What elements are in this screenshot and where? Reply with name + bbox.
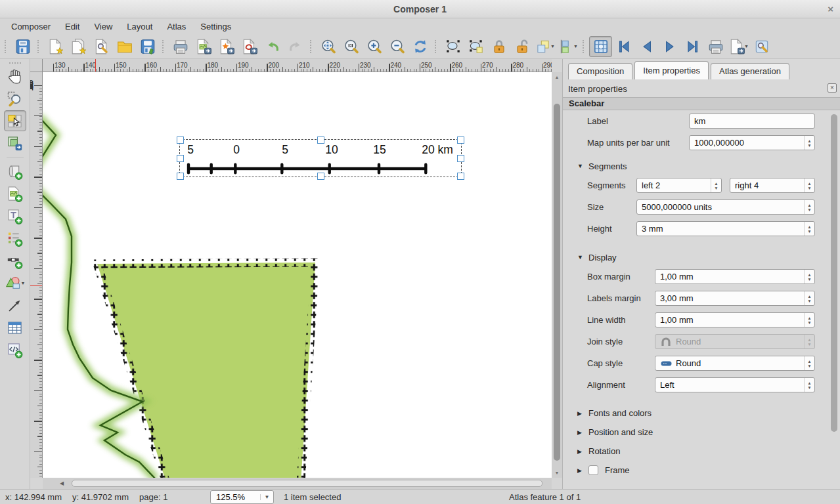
first-feature-button[interactable]: [612, 36, 635, 57]
tab-composition[interactable]: Composition: [568, 63, 632, 79]
size-spinbox[interactable]: 5000,000000 units▲▼: [636, 200, 815, 215]
menu-item[interactable]: Settings: [193, 20, 238, 33]
height-spinbox[interactable]: 3 mm▲▼: [636, 221, 815, 236]
label-input[interactable]: km: [689, 114, 815, 129]
scroll-left-icon[interactable]: ◀: [60, 480, 64, 486]
panel-close-icon[interactable]: ×: [828, 83, 837, 93]
menu-item[interactable]: View: [87, 20, 120, 33]
move-item-content-button[interactable]: [464, 36, 487, 57]
rotation-section[interactable]: ▶ Rotation: [563, 442, 831, 461]
zoom-actual-button[interactable]: [340, 36, 363, 57]
alignment-combo[interactable]: Left▲▼: [655, 377, 815, 392]
canvas-vertical-scrollbar[interactable]: ▲ ▼: [552, 72, 562, 478]
add-legend-button[interactable]: [4, 228, 26, 249]
export-atlas-button[interactable]: ▼: [727, 36, 750, 57]
zoom-in-button[interactable]: [363, 36, 386, 57]
resize-handle[interactable]: [177, 136, 184, 144]
add-shape-button[interactable]: ▼: [4, 272, 26, 293]
tab-item-properties[interactable]: Item properties: [634, 61, 709, 79]
add-arrow-button[interactable]: [4, 295, 26, 316]
save-as-template-button[interactable]: [136, 36, 159, 57]
select-move-item-tool-button[interactable]: [4, 110, 26, 131]
lock-items-button[interactable]: [487, 36, 510, 57]
panel-scrollbar[interactable]: [831, 113, 837, 482]
spinner-arrows-icon[interactable]: ▲▼: [804, 178, 814, 192]
print-atlas-button[interactable]: [704, 36, 727, 57]
fonts-and-colors-section[interactable]: ▶ Fonts and colors: [563, 404, 831, 423]
spinner-arrows-icon[interactable]: ▲▼: [804, 378, 814, 392]
move-item-content-tool-button[interactable]: [4, 133, 26, 154]
frame-checkbox[interactable]: [588, 465, 598, 475]
scroll-down-icon[interactable]: ▼: [552, 471, 562, 475]
last-feature-button[interactable]: [681, 36, 704, 57]
undo-button[interactable]: [261, 36, 284, 57]
atlas-settings-button[interactable]: [750, 36, 773, 57]
segments-left-spinbox[interactable]: left 2▲▼: [636, 178, 722, 193]
open-button[interactable]: [113, 36, 136, 57]
menu-item[interactable]: Atlas: [160, 20, 193, 33]
export-svg-button[interactable]: [215, 36, 238, 57]
labels-margin-spinbox[interactable]: 3,00 mm▲▼: [655, 291, 815, 306]
duplicate-composition-button[interactable]: [67, 36, 90, 57]
canvas-horizontal-scrollbar[interactable]: ◀: [43, 478, 552, 489]
raise-items-button[interactable]: ▼: [533, 36, 556, 57]
spinner-arrows-icon[interactable]: ▲▼: [711, 178, 721, 192]
scalebar-item[interactable]: 5 0 5 10 15 20 km: [179, 139, 462, 177]
export-pdf-button[interactable]: [238, 36, 261, 57]
spinner-arrows-icon[interactable]: ▲▼: [804, 222, 814, 236]
previous-feature-button[interactable]: [635, 36, 658, 57]
add-html-button[interactable]: [4, 339, 26, 360]
dropdown-arrow-icon[interactable]: ▼: [573, 44, 578, 49]
redo-button[interactable]: [284, 36, 307, 57]
composer-page[interactable]: 5 0 5 10 15 20 km: [43, 72, 552, 478]
dropdown-arrow-icon[interactable]: ▼: [550, 44, 555, 49]
resize-handle[interactable]: [457, 155, 464, 162]
spinner-arrows-icon[interactable]: ▲▼: [804, 270, 814, 284]
segments-section-header[interactable]: ▼ Segments: [563, 158, 831, 175]
resize-handle[interactable]: [317, 173, 324, 180]
pan-tool-button[interactable]: [4, 66, 26, 87]
spinner-arrows-icon[interactable]: ▲▼: [804, 313, 814, 327]
spinner-arrows-icon[interactable]: ▲▼: [804, 356, 814, 370]
print-button[interactable]: [169, 36, 192, 57]
refresh-button[interactable]: [409, 36, 431, 57]
box-margin-spinbox[interactable]: 1,00 mm▲▼: [655, 269, 815, 284]
select-move-item-button[interactable]: [441, 36, 464, 57]
dropdown-arrow-icon[interactable]: ▼: [744, 44, 749, 49]
line-width-spinbox[interactable]: 1,00 mm▲▼: [655, 312, 815, 327]
map-item[interactable]: [43, 72, 552, 478]
spinner-arrows-icon[interactable]: ▲▼: [804, 200, 814, 214]
segments-right-spinbox[interactable]: right 4▲▼: [730, 178, 815, 193]
scrollbar-thumb[interactable]: [554, 104, 560, 461]
new-composition-button[interactable]: [44, 36, 67, 57]
add-image-button[interactable]: [4, 183, 26, 204]
add-map-button[interactable]: [4, 161, 26, 182]
align-items-button[interactable]: ▼: [556, 36, 579, 57]
zoom-out-button[interactable]: [386, 36, 409, 57]
next-feature-button[interactable]: [658, 36, 681, 57]
menu-item[interactable]: Edit: [58, 20, 87, 33]
unlock-items-button[interactable]: [510, 36, 533, 57]
scroll-up-icon[interactable]: ▲: [552, 75, 562, 79]
scrollbar-thumb[interactable]: [831, 114, 837, 432]
menu-item[interactable]: Composer: [4, 20, 58, 33]
export-image-button[interactable]: [192, 36, 215, 57]
atlas-preview-toggle[interactable]: [589, 36, 612, 57]
resize-handle[interactable]: [177, 155, 184, 162]
add-label-button[interactable]: [4, 205, 26, 226]
add-attribute-table-button[interactable]: [4, 317, 26, 338]
composer-manager-button[interactable]: [90, 36, 113, 57]
save-button[interactable]: [11, 36, 34, 57]
map-units-spinbox[interactable]: 1000,000000▲▼: [689, 135, 815, 150]
zoom-level-combo[interactable]: 125.5% ▼: [210, 490, 274, 504]
tab-atlas-generation[interactable]: Atlas generation: [711, 63, 789, 79]
position-and-size-section[interactable]: ▶ Position and size: [563, 423, 831, 442]
toolbar-grip[interactable]: [9, 62, 21, 64]
resize-handle[interactable]: [317, 136, 324, 144]
add-scalebar-button[interactable]: [4, 250, 26, 271]
display-section-header[interactable]: ▼ Display: [563, 249, 831, 266]
spinner-arrows-icon[interactable]: ▲▼: [804, 291, 814, 305]
dropdown-arrow-icon[interactable]: ▼: [260, 494, 273, 500]
resize-handle[interactable]: [457, 136, 464, 144]
scrollbar-thumb[interactable]: [72, 480, 542, 487]
